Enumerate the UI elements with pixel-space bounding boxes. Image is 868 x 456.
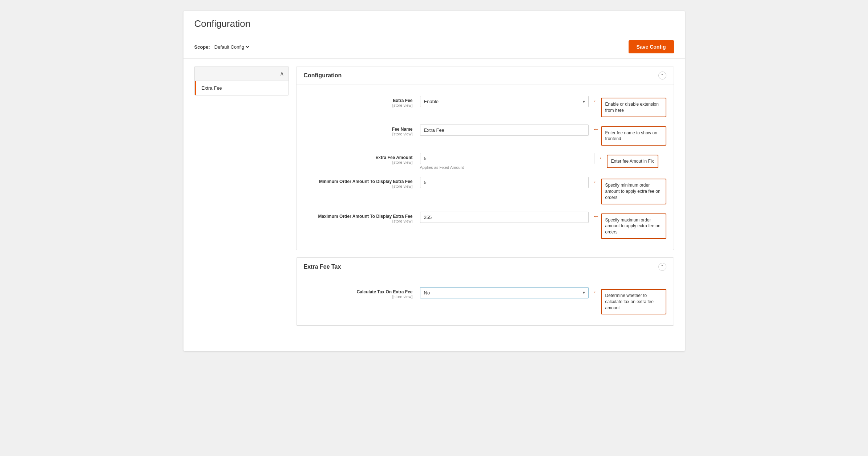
- min-order-input[interactable]: [420, 177, 589, 188]
- save-config-button[interactable]: Save Config: [629, 40, 674, 53]
- calculate-tax-select-wrapper: No Yes: [420, 287, 589, 298]
- max-order-label: Maximum Order Amount To Display Extra Fe…: [304, 212, 420, 223]
- scope-select[interactable]: Default Config: [213, 44, 250, 50]
- extra-fee-amount-hint: Applies as Fixed Amount: [420, 165, 594, 170]
- extra-fee-amount-row: Extra Fee Amount [store view] Applies as…: [296, 149, 674, 173]
- extra-fee-tooltip-text: Enable or disable extension from here: [601, 98, 666, 117]
- scope-left: Scope: Default Config: [194, 44, 250, 50]
- extra-fee-tax-section-header: Extra Fee Tax ⌃: [296, 258, 674, 276]
- extra-fee-amount-tooltip: ← Enter fee Amout in Fix: [599, 153, 658, 168]
- max-order-arrow-icon: ←: [593, 213, 599, 220]
- sidebar-item-label: Extra Fee: [202, 85, 222, 91]
- extra-fee-arrow-icon: ←: [593, 98, 599, 104]
- calculate-tax-select[interactable]: No Yes: [420, 287, 589, 298]
- extra-fee-select[interactable]: Enable Disable: [420, 96, 589, 107]
- fee-name-tooltip-text: Enter fee name to show on frontend: [601, 126, 666, 146]
- extra-fee-select-wrapper: Enable Disable: [420, 96, 589, 107]
- min-order-row: Minimum Order Amount To Display Extra Fe…: [296, 173, 674, 208]
- extra-fee-amount-input[interactable]: [420, 153, 594, 164]
- extra-fee-tax-section-body: Calculate Tax On Extra Fee [store view] …: [296, 276, 674, 325]
- sidebar-item-extra-fee[interactable]: Extra Fee: [195, 81, 288, 95]
- fee-name-tooltip: ← Enter fee name to show on frontend: [593, 125, 666, 146]
- min-order-tooltip-text: Specify minimum order amount to apply ex…: [601, 179, 666, 204]
- configuration-section-title: Configuration: [304, 72, 342, 79]
- max-order-tooltip: ← Specify maximum order amount to apply …: [593, 212, 666, 239]
- fee-name-label: Fee Name [store view]: [304, 125, 420, 136]
- calculate-tax-tooltip-text: Determine whether to calculate tax on ex…: [601, 289, 666, 314]
- extra-fee-amount-tooltip-text: Enter fee Amout in Fix: [607, 155, 658, 168]
- extra-fee-label: Extra Fee [store view]: [304, 96, 420, 107]
- configuration-section-body: Extra Fee [store view] Enable Disable: [296, 85, 674, 250]
- extra-fee-field: Enable Disable: [420, 96, 589, 107]
- extra-fee-row: Extra Fee [store view] Enable Disable: [296, 92, 674, 121]
- calculate-tax-field: No Yes: [420, 287, 589, 298]
- extra-fee-tooltip: ← Enable or disable extension from here: [593, 96, 666, 117]
- main-content: ∧ Extra Fee Configuration ⌃ Extra Fee: [183, 59, 685, 340]
- min-order-label: Minimum Order Amount To Display Extra Fe…: [304, 177, 420, 188]
- calculate-tax-row: Calculate Tax On Extra Fee [store view] …: [296, 284, 674, 318]
- max-order-field: [420, 212, 589, 223]
- page-header: Configuration: [183, 11, 685, 35]
- extra-fee-amount-label: Extra Fee Amount [store view]: [304, 153, 420, 164]
- calculate-tax-tooltip: ← Determine whether to calculate tax on …: [593, 287, 666, 314]
- extra-fee-tax-collapse-icon[interactable]: ⌃: [658, 263, 666, 271]
- scope-dropdown[interactable]: Default Config: [213, 44, 250, 50]
- scope-label: Scope:: [194, 44, 210, 50]
- configuration-section: Configuration ⌃ Extra Fee [store view]: [296, 66, 674, 250]
- calculate-tax-label: Calculate Tax On Extra Fee [store view]: [304, 287, 420, 299]
- sidebar: ∧ Extra Fee: [194, 66, 289, 95]
- max-order-tooltip-text: Specify maximum order amount to apply ex…: [601, 213, 666, 239]
- extra-fee-amount-arrow-icon: ←: [599, 155, 605, 161]
- extra-fee-tax-section-title: Extra Fee Tax: [304, 264, 341, 270]
- sidebar-header: ∧: [195, 66, 288, 81]
- page-title: Configuration: [194, 18, 674, 29]
- fee-name-input[interactable]: [420, 125, 589, 136]
- max-order-row: Maximum Order Amount To Display Extra Fe…: [296, 208, 674, 243]
- configuration-section-header: Configuration ⌃: [296, 66, 674, 85]
- scope-bar: Scope: Default Config Save Config: [183, 35, 685, 59]
- min-order-field: [420, 177, 589, 188]
- extra-fee-amount-field: Applies as Fixed Amount: [420, 153, 594, 170]
- config-area: Configuration ⌃ Extra Fee [store view]: [296, 66, 674, 333]
- page-wrapper: Configuration Scope: Default Config Save…: [183, 11, 685, 351]
- fee-name-row: Fee Name [store view] ← Enter fee name t…: [296, 121, 674, 150]
- fee-name-field: [420, 125, 589, 136]
- calculate-tax-arrow-icon: ←: [593, 289, 599, 296]
- sidebar-collapse-icon[interactable]: ∧: [280, 70, 284, 77]
- extra-fee-tax-section: Extra Fee Tax ⌃ Calculate Tax On Extra F…: [296, 257, 674, 326]
- min-order-tooltip: ← Specify minimum order amount to apply …: [593, 177, 666, 204]
- min-order-arrow-icon: ←: [593, 179, 599, 185]
- fee-name-arrow-icon: ←: [593, 126, 599, 133]
- max-order-input[interactable]: [420, 212, 589, 223]
- configuration-collapse-icon[interactable]: ⌃: [658, 72, 666, 80]
